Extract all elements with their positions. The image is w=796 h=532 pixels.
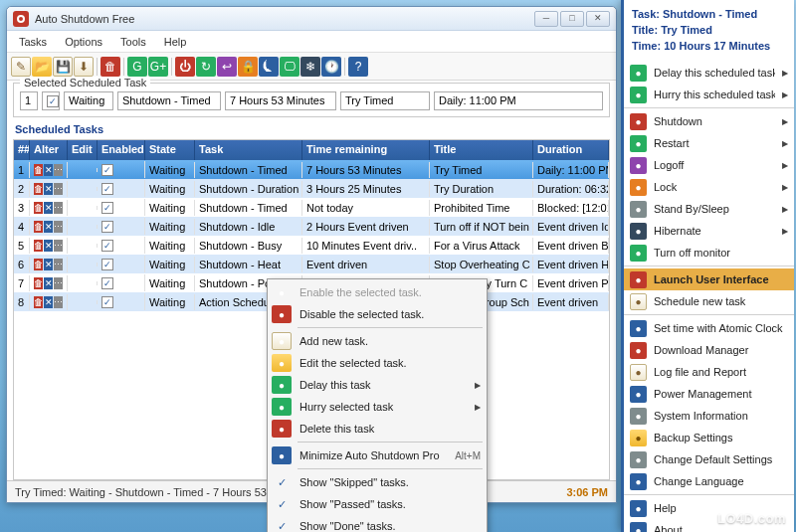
restart-icon[interactable]: ↻ [196,57,216,77]
cell-edit[interactable] [68,225,98,229]
col-time[interactable]: Time remaining [302,140,430,160]
col-num[interactable]: ## [14,140,30,160]
sel-num-field[interactable]: 1 [20,91,38,110]
panel-item[interactable]: ●System Information [624,405,794,427]
hurry-icon[interactable]: G+ [148,57,168,77]
panel-item[interactable]: ●Lock▶ [624,176,794,198]
clock-icon[interactable]: 🕐 [321,57,341,77]
menu-item-label: Edit the selected task. [299,357,481,369]
save-down-icon[interactable]: ⬇ [74,57,94,77]
panel-item[interactable]: ●Turn off monitor [624,242,794,264]
sel-title-field[interactable]: Try Timed [340,91,430,110]
help-icon[interactable]: ? [348,57,368,77]
cell-alter[interactable]: 🗑✕⋯ [30,257,68,272]
cell-edit[interactable] [68,300,98,304]
panel-item[interactable]: ●Change Language [624,470,794,492]
sel-enabled-checkbox[interactable]: ✓ [42,91,60,110]
sel-state-field[interactable]: Waiting [64,91,113,110]
table-row[interactable]: 2🗑✕⋯✓WaitingShutdown - Duration3 Hours 2… [14,179,609,198]
menu-item[interactable]: ●Delete this task [270,418,485,440]
col-enabled[interactable]: Enabled [98,140,145,160]
open-icon[interactable]: 📂 [32,57,52,77]
panel-item[interactable]: ●Set time with Atomic Clock [624,317,794,339]
table-row[interactable]: 3🗑✕⋯✓WaitingShutdown - TimedNot todayPro… [14,198,609,217]
table-row[interactable]: 1🗑✕⋯✓WaitingShutdown - Timed7 Hours 53 M… [14,160,609,179]
col-state[interactable]: State [145,140,195,160]
cell-edit[interactable] [68,281,98,285]
minimize-button[interactable]: ─ [534,11,558,27]
panel-item[interactable]: ●Log file and Report [624,361,794,383]
panel-item[interactable]: ●Stand By/Sleep▶ [624,198,794,220]
table-row[interactable]: 4🗑✕⋯✓WaitingShutdown - Idle2 Hours Event… [14,217,609,236]
panel-item[interactable]: ●Hurry this scheduled task▶ [624,84,794,105]
sel-task-field[interactable]: Shutdown - Timed [117,91,221,110]
lock-icon[interactable]: 🔒 [238,57,258,77]
close-button[interactable]: ✕ [586,11,610,27]
col-title[interactable]: Title [430,140,533,160]
col-edit[interactable]: Edit [68,140,98,160]
col-alter[interactable]: Alter [30,140,68,160]
menu-item[interactable]: ●Edit the selected task. [270,352,485,374]
sel-time-field[interactable]: 7 Hours 53 Minutes [225,91,336,110]
titlebar[interactable]: Auto Shutdown Free ─ □ ✕ [7,7,616,31]
panel-item[interactable]: ●Backup Settings [624,427,794,448]
cell-enabled[interactable]: ✓ [98,237,145,254]
cell-edit[interactable] [68,187,98,191]
cell-edit[interactable] [68,244,98,248]
menu-tools[interactable]: Tools [112,33,154,51]
cell-enabled[interactable]: ✓ [98,218,145,235]
shutdown-icon[interactable]: ⏻ [175,57,195,77]
cell-edit[interactable] [68,168,98,172]
cell-alter[interactable]: 🗑✕⋯ [30,162,68,178]
menu-item[interactable]: ✓Show "Skipped" tasks. [270,471,485,493]
cell-enabled[interactable]: ✓ [98,293,145,310]
panel-item[interactable]: ●Schedule new task [624,290,794,312]
col-duration[interactable]: Duration [533,140,609,160]
menu-options[interactable]: Options [57,33,110,51]
cell-enabled[interactable]: ✓ [98,274,145,291]
panel-item[interactable]: ●Launch User Interface [624,268,794,290]
panel-item[interactable]: ●Download Manager [624,339,794,361]
standby-icon[interactable]: ⏾ [259,57,279,77]
new-icon[interactable]: ✎ [11,57,31,77]
panel-item[interactable]: ●Hibernate▶ [624,220,794,242]
delay-icon[interactable]: G [127,57,147,77]
menu-item[interactable]: ●Add new task. [270,330,485,352]
panel-item[interactable]: ●Change Default Settings [624,448,794,470]
cell-alter[interactable]: 🗑✕⋯ [30,275,68,291]
cell-edit[interactable] [68,206,98,210]
menu-item[interactable]: ●Delay this task▶ [270,374,485,396]
menu-item[interactable]: ✓Show "Passed" tasks. [270,493,485,515]
hibernate-icon[interactable]: ❄ [300,57,320,77]
logoff-icon[interactable]: ↩ [217,57,237,77]
monitor-icon[interactable]: 🖵 [280,57,299,77]
panel-item[interactable]: ●Logoff▶ [624,154,794,176]
table-row[interactable]: 6🗑✕⋯✓WaitingShutdown - HeatEvent drivenS… [14,255,609,273]
menu-help[interactable]: Help [156,33,195,51]
menu-item[interactable]: ✓Show "Done" tasks. [270,515,485,532]
panel-item[interactable]: ●Power Management [624,383,794,405]
cell-alter[interactable]: 🗑✕⋯ [30,294,68,310]
panel-item[interactable]: ●Restart▶ [624,132,794,154]
menu-item[interactable]: ●Minimize Auto Shutdown ProAlt+M [270,444,485,466]
cell-edit[interactable] [68,263,98,266]
menu-item[interactable]: ●Disable the selected task. [270,303,485,325]
col-task[interactable]: Task [195,140,302,160]
cell-alter[interactable]: 🗑✕⋯ [30,181,68,197]
table-row[interactable]: 5🗑✕⋯✓WaitingShutdown - Busy10 Minutes Ev… [14,236,609,255]
cell-alter[interactable]: 🗑✕⋯ [30,238,68,254]
panel-item[interactable]: ●Delay this scheduled task.▶ [624,62,794,84]
cell-alter[interactable]: 🗑✕⋯ [30,219,68,235]
cell-alter[interactable]: 🗑✕⋯ [30,200,68,216]
cell-enabled[interactable]: ✓ [98,256,145,272]
sel-duration-field[interactable]: Daily: 11:00 PM [434,91,603,110]
panel-item[interactable]: ●Shutdown▶ [624,110,794,132]
maximize-button[interactable]: □ [560,11,584,27]
menu-tasks[interactable]: Tasks [11,33,55,51]
cell-enabled[interactable]: ✓ [98,180,145,197]
cell-enabled[interactable]: ✓ [98,161,145,178]
cell-enabled[interactable]: ✓ [98,199,145,216]
delete-icon[interactable]: 🗑 [100,57,120,77]
menu-item[interactable]: ●Hurry selected task▶ [270,396,485,418]
save-icon[interactable]: 💾 [53,57,73,77]
